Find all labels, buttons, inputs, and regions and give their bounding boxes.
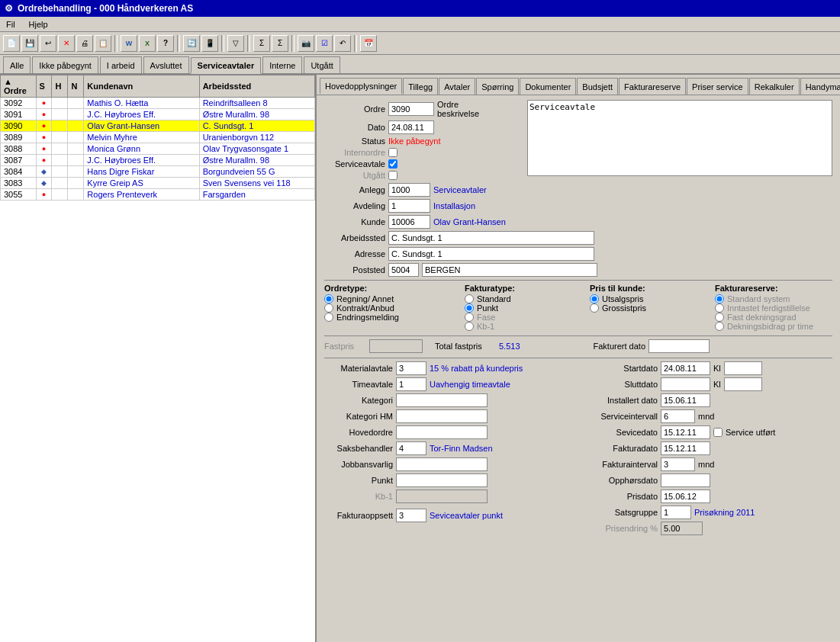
input-slutt-kl[interactable] — [724, 377, 762, 391]
back-button[interactable]: ↶ — [334, 35, 351, 52]
table-row[interactable]: 3087 ● J.C. Høybroes Eff. Østre Murallm.… — [1, 155, 315, 166]
table-row[interactable]: 3091 ● J.C. Høybroes Eff. Østre Murallm.… — [1, 109, 315, 120]
table-row[interactable]: 3089 ● Melvin Myhre Uranienborgvn 112 — [1, 132, 315, 143]
kunde-link[interactable]: Olav Grant-Hansen — [433, 217, 506, 226]
input-opphorsdato[interactable] — [661, 473, 710, 487]
chk-serviceavtale[interactable] — [388, 159, 397, 169]
radio-punkt[interactable] — [465, 303, 474, 313]
anlegg-link[interactable]: Serviceavtaler — [433, 185, 487, 194]
calendar-button[interactable]: 📅 — [360, 35, 377, 52]
col-header-n[interactable]: N — [68, 75, 84, 98]
table-row[interactable]: 3083 ◆ Kyrre Greip AS Sven Svensens vei … — [1, 178, 315, 189]
check-button[interactable]: ☑ — [316, 35, 333, 52]
camera-button[interactable]: 📷 — [298, 35, 314, 52]
tab-sporing[interactable]: Spørring — [476, 78, 519, 95]
input-fakturadato[interactable] — [661, 441, 710, 455]
table-row[interactable]: 3055 ● Rogers Prenteverk Farsgarden — [1, 189, 315, 201]
tab-dokumenter[interactable]: Dokumenter — [520, 78, 576, 95]
col-header-s[interactable]: S — [36, 75, 52, 98]
tab-serviceavtaler[interactable]: Serviceavtaler — [191, 57, 262, 74]
input-sevicedato[interactable] — [661, 425, 710, 439]
radio-utsalgspris[interactable] — [590, 294, 599, 303]
input-fakturaoppsett[interactable] — [396, 509, 426, 522]
tab-tillegg[interactable]: Tillegg — [403, 78, 438, 95]
col-header-arb[interactable]: Arbeidssted — [199, 75, 314, 98]
input-postnr[interactable] — [388, 263, 419, 277]
tab-utgatt[interactable]: Utgått — [304, 56, 340, 73]
input-adresse[interactable] — [388, 247, 594, 261]
table-row[interactable]: 3088 ● Monica Grønn Olav Trygvasonsgate … — [1, 143, 315, 155]
input-sluttdato[interactable] — [661, 377, 710, 391]
input-fakturertdato[interactable] — [649, 339, 710, 353]
radio-inntastet[interactable] — [715, 303, 724, 313]
col-header-h[interactable]: H — [52, 75, 68, 98]
delete-button[interactable]: ✕ — [58, 35, 75, 52]
tab-priser-service[interactable]: Priser service — [687, 78, 748, 95]
tab-interne[interactable]: Interne — [262, 56, 302, 73]
excel-button[interactable]: X — [139, 35, 156, 52]
sum2-button[interactable]: Σ — [272, 35, 288, 52]
input-hovedordre[interactable] — [396, 425, 488, 439]
timeavtale-link[interactable]: Uavhengig timeavtale — [430, 380, 510, 389]
tab-budsjett[interactable]: Budsjett — [577, 78, 618, 95]
help-button[interactable]: ? — [157, 35, 174, 52]
new-button[interactable]: 📄 — [3, 35, 20, 52]
input-punkt[interactable] — [396, 473, 488, 487]
input-saksbehandler[interactable] — [396, 441, 426, 455]
refresh-button[interactable]: 🔄 — [183, 35, 200, 52]
menu-hjelp[interactable]: Hjelp — [26, 19, 51, 30]
chk-service-utfort[interactable] — [713, 428, 723, 437]
table-row[interactable]: 3092 ● Mathis O. Hætta Reindriftsalleen … — [1, 98, 315, 109]
input-kategoriHM[interactable] — [396, 409, 488, 423]
menu-fil[interactable]: Fil — [3, 19, 18, 30]
tab-hovedopplysninger[interactable]: Hovedopplysninger — [320, 78, 402, 95]
radio-endringsmelding[interactable] — [324, 313, 333, 322]
radio-regning[interactable] — [324, 294, 333, 303]
tab-alle[interactable]: Alle — [3, 56, 31, 73]
tab-avsluttet[interactable]: Avsluttet — [143, 56, 189, 73]
chk-internordre[interactable] — [388, 148, 397, 157]
phone-button[interactable]: 📱 — [201, 35, 218, 52]
input-timeavtale[interactable] — [396, 377, 426, 391]
sum-button[interactable]: Σ — [253, 35, 270, 52]
beskrivelse-textarea[interactable]: Serviceavtale — [527, 100, 832, 176]
input-startdato[interactable] — [661, 361, 710, 375]
materialavtale-link[interactable]: 15 % rabatt på kundepris — [430, 364, 523, 373]
input-dato[interactable] — [388, 120, 434, 134]
save-button[interactable]: 💾 — [21, 35, 38, 52]
input-start-kl[interactable] — [724, 361, 762, 375]
word-button[interactable]: W — [121, 35, 137, 52]
input-installertdato[interactable] — [661, 393, 710, 407]
input-kategori[interactable] — [396, 393, 488, 407]
tab-i-arbeid[interactable]: I arbeid — [100, 56, 142, 73]
input-materialavtale[interactable] — [396, 361, 426, 375]
satsgruppe-link[interactable]: Prisøkning 2011 — [694, 508, 755, 517]
saksbehandler-link[interactable]: Tor-Finn Madsen — [430, 444, 493, 453]
fakturaoppsett-link[interactable]: Seviceavtaler punkt — [430, 511, 503, 520]
tab-handyman[interactable]: Handyman — [800, 78, 840, 95]
input-serviceintervall[interactable] — [661, 409, 695, 423]
chk-utgatt[interactable] — [388, 171, 397, 180]
tab-fakturareserve[interactable]: Fakturareserve — [619, 78, 686, 95]
col-header-kunde[interactable]: Kundenavn — [84, 75, 199, 98]
radio-fast-dek[interactable] — [715, 313, 724, 322]
radio-kontrakt[interactable] — [324, 303, 333, 313]
radio-standard[interactable] — [465, 294, 474, 303]
col-header-ordre[interactable]: ▲ Ordre — [1, 75, 37, 98]
undo-button[interactable]: ↩ — [40, 35, 56, 52]
input-kunde[interactable] — [388, 215, 430, 229]
tab-rekalkuler[interactable]: Rekalkuler — [749, 78, 800, 95]
tab-ikke-paabegynt[interactable]: Ikke påbegynt — [32, 56, 98, 73]
filter-button[interactable]: ▽ — [227, 35, 244, 52]
input-avdeling[interactable] — [388, 199, 430, 213]
input-prisdato[interactable] — [661, 490, 710, 503]
radio-fase[interactable] — [465, 313, 474, 322]
input-arbeidssted[interactable] — [388, 231, 594, 245]
radio-standard-system[interactable] — [715, 294, 724, 303]
input-satsgruppe[interactable] — [661, 506, 691, 519]
radio-dek-bid[interactable] — [715, 322, 724, 331]
tab-avtaler[interactable]: Avtaler — [439, 78, 475, 95]
input-fakturaIntervall[interactable] — [661, 457, 695, 471]
table-row[interactable]: 3090 ● Olav Grant-Hansen C. Sundsgt. 1 — [1, 120, 315, 132]
input-jobbansvarlig[interactable] — [396, 457, 488, 471]
